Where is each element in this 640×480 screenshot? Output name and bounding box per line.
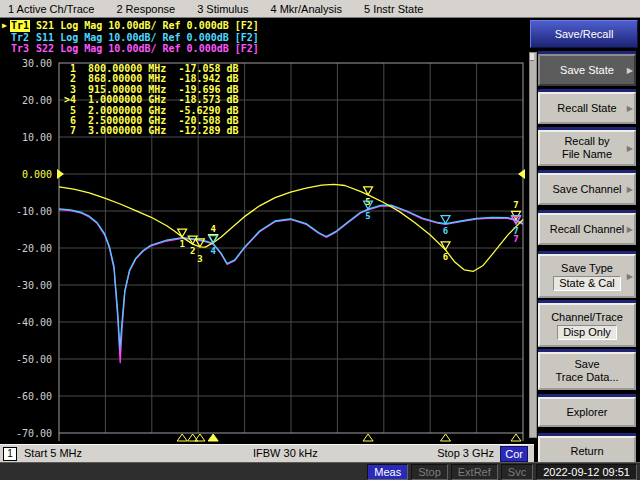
trace-row-tr1[interactable]: ▶Tr1 S21 Log Mag 10.00dB/ Ref 0.000dB [F… bbox=[2, 20, 259, 32]
marker-table: 1 800.00000 MHz -17.058 dB 2 868.00000 M… bbox=[64, 64, 239, 137]
svg-text:20.00: 20.00 bbox=[22, 95, 52, 106]
softkey-menu-title: Save/Recall bbox=[530, 20, 638, 48]
trace-row-tr3[interactable]: Tr3 S22 Log Mag 10.00dB/ Ref 0.000dB [F2… bbox=[2, 43, 259, 55]
status-svc: Svc bbox=[501, 464, 533, 480]
softkey-scrollbar[interactable] bbox=[529, 52, 537, 438]
y-axis-labels: 30.0020.0010.000.000-10.00-20.00-30.00-4… bbox=[16, 58, 52, 439]
submenu-arrow-icon: ▶ bbox=[627, 102, 633, 115]
softkey-label: Return bbox=[570, 445, 603, 458]
softkey-label: Trace Data... bbox=[555, 371, 618, 384]
active-trace-arrow-icon: ▶ bbox=[2, 20, 10, 32]
svg-text:1: 1 bbox=[179, 239, 184, 249]
trace-definition-bar: ▶Tr1 S21 Log Mag 10.00dB/ Ref 0.000dB [F… bbox=[2, 20, 259, 55]
trace-id: Tr3 bbox=[10, 43, 30, 55]
softkey-save-channel[interactable]: Save Channel▶ bbox=[538, 173, 636, 205]
start-frequency-label: Start 5 MHz bbox=[24, 447, 82, 459]
softkey-label: Channel/Trace bbox=[551, 311, 623, 324]
marker-table-row-7: 7 3.0000000 GHz -12.289 dB bbox=[64, 126, 239, 136]
svg-text:-30.00: -30.00 bbox=[16, 280, 52, 291]
svg-text:0.000: 0.000 bbox=[22, 169, 52, 180]
softkey-explorer[interactable]: Explorer bbox=[538, 397, 636, 427]
softkey-label: Recall State bbox=[557, 102, 616, 115]
stop-frequency-label: Stop 3 GHz bbox=[437, 447, 494, 459]
softkey-recall-by-file-name[interactable]: Recall byFile Name▶ bbox=[538, 130, 636, 166]
svg-text:5: 5 bbox=[365, 211, 370, 221]
svg-text:-40.00: -40.00 bbox=[16, 317, 52, 328]
svg-text:10.00: 10.00 bbox=[22, 132, 52, 143]
trace-row-tr2[interactable]: Tr2 S11 Log Mag 10.00dB/ Ref 0.000dB [F2… bbox=[2, 32, 259, 44]
submenu-arrow-icon: ▶ bbox=[627, 142, 633, 155]
status-extref: ExtRef bbox=[451, 464, 498, 480]
ref-level-indicator-left bbox=[57, 169, 64, 179]
status-stop: Stop bbox=[411, 464, 448, 480]
submenu-arrow-icon: ▶ bbox=[627, 270, 633, 283]
softkey-recall-state[interactable]: Recall State▶ bbox=[538, 92, 636, 124]
softkey-label: Recall by bbox=[564, 135, 609, 148]
softkey-label: File Name bbox=[562, 148, 612, 161]
channel-number: 1 bbox=[3, 447, 17, 461]
instrument-status-bar: MeasStopExtRefSvc 2022-09-12 09:51 bbox=[0, 462, 640, 480]
softkey-label: Save bbox=[574, 358, 599, 371]
softkey-label: Save State bbox=[560, 64, 614, 77]
svg-text:-20.00: -20.00 bbox=[16, 243, 52, 254]
svg-text:4: 4 bbox=[210, 224, 216, 234]
svg-text:7: 7 bbox=[513, 200, 518, 210]
softkey-label: Save Channel bbox=[552, 183, 621, 196]
svg-text:-70.00: -70.00 bbox=[16, 428, 52, 439]
softkey-scrollbar-thumb[interactable] bbox=[530, 53, 534, 61]
softkey-menu: Save/Recall Save State▶Recall State▶Reca… bbox=[528, 18, 640, 462]
status-meas: Meas bbox=[367, 464, 408, 480]
submenu-arrow-icon: ▶ bbox=[627, 183, 633, 196]
svg-text:6: 6 bbox=[443, 226, 448, 236]
softkey-channel-trace[interactable]: Channel/TraceDisp Only bbox=[538, 303, 636, 347]
softkey-value: State & Cal bbox=[553, 276, 621, 291]
vna-screen: 1 Active Ch/Trace2 Response3 Stimulus4 M… bbox=[0, 0, 640, 480]
svg-text:6: 6 bbox=[443, 252, 448, 262]
correction-badge: Cor bbox=[500, 446, 528, 462]
svg-text:7: 7 bbox=[513, 234, 518, 244]
trace-id: Tr1 bbox=[10, 20, 30, 32]
softkey-label: Save Type bbox=[561, 262, 613, 275]
marker-symbols: 123445566777 bbox=[178, 187, 521, 264]
softkey-recall-channel[interactable]: Recall Channel▶ bbox=[538, 213, 636, 245]
softkey-label: Recall Channel bbox=[550, 223, 625, 236]
softkey-label: Explorer bbox=[567, 406, 608, 419]
datetime-display: 2022-09-12 09:51 bbox=[536, 464, 637, 480]
svg-text:4: 4 bbox=[210, 246, 216, 256]
softkey-value: Disp Only bbox=[557, 325, 617, 340]
ref-level-indicator-right bbox=[518, 169, 525, 179]
svg-text:-10.00: -10.00 bbox=[16, 206, 52, 217]
status-badges: MeasStopExtRefSvc bbox=[367, 464, 533, 480]
trace-description: S22 Log Mag 10.00dB/ Ref 0.000dB [F2] bbox=[30, 43, 259, 55]
trace-description: S21 Log Mag 10.00dB/ Ref 0.000dB [F2] bbox=[30, 20, 259, 32]
svg-text:2: 2 bbox=[190, 246, 195, 256]
submenu-arrow-icon: ▶ bbox=[627, 223, 633, 236]
svg-text:-50.00: -50.00 bbox=[16, 354, 52, 365]
svg-text:3: 3 bbox=[197, 254, 202, 264]
stimulus-markers[interactable] bbox=[177, 434, 521, 441]
ifbw-label: IFBW 30 kHz bbox=[253, 447, 318, 459]
channel-status-bar: 1 Start 5 MHz IFBW 30 kHz Stop 3 GHz Cor bbox=[0, 444, 534, 462]
softkey-save-state[interactable]: Save State▶ bbox=[538, 54, 636, 86]
svg-text:-60.00: -60.00 bbox=[16, 391, 52, 402]
submenu-arrow-icon: ▶ bbox=[627, 64, 633, 77]
softkey-buttons: Save State▶Recall State▶Recall byFile Na… bbox=[538, 48, 636, 466]
trace-description: S11 Log Mag 10.00dB/ Ref 0.000dB [F2] bbox=[30, 32, 259, 44]
softkey-save-trace-data[interactable]: SaveTrace Data... bbox=[538, 352, 636, 390]
softkey-save-type[interactable]: Save TypeState & Cal▶ bbox=[538, 254, 636, 298]
svg-text:30.00: 30.00 bbox=[22, 58, 52, 69]
trace-id: Tr2 bbox=[10, 32, 30, 44]
